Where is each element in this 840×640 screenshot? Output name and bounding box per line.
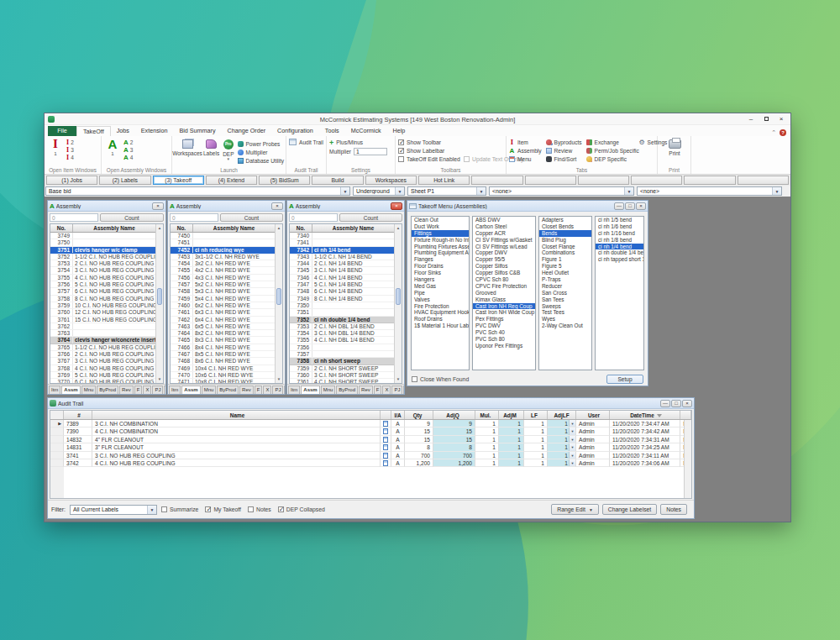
open-assembly-window-1-button[interactable]: A 1 [104,138,121,162]
ribbon-tab[interactable]: Bid Summary [173,126,221,136]
minimize-icon[interactable]: — [660,400,670,407]
takeoff-menu-item[interactable]: PVC DWV [473,323,535,329]
assembly-row[interactable]: 74533x1-1/2 C.I. NH RED WYE [171,254,275,260]
main-tab[interactable]: Hot Link [418,176,470,185]
maximize-icon[interactable]: □ [671,400,681,407]
main-tab[interactable] [631,176,682,185]
main-tab[interactable] [684,176,735,185]
panel-title-bar[interactable]: AAssembly× [168,201,285,212]
open-assembly-window-button[interactable]: A3 [123,146,133,154]
tab-toggle-button[interactable]: Exchange [586,138,635,146]
panel-tab[interactable]: PJ [272,386,283,394]
assembly-row[interactable]: 7450 [171,233,275,239]
assembly-row[interactable]: 7352ci nh double 1/4 bend [290,317,394,323]
assembly-row[interactable]: 37554 C.I. NO HUB REG COUPLING [50,275,155,281]
assembly-row[interactable]: 37588 C.I. NO HUB REG COUPLING [50,296,155,302]
assembly-row[interactable]: 74543x2 C.I. NH RED WYE [171,260,275,267]
panel-tab[interactable]: PJ [152,386,163,394]
assembly-row[interactable]: 37684 C.I. NO HUB REG COUPLING [50,365,155,372]
filter-checkbox[interactable]: Summarize [161,506,198,514]
assembly-row[interactable]: 74648x2 C.I. NH RED WYE [171,330,275,337]
panel-tab[interactable]: Itm [169,386,181,394]
count-input[interactable]: 0 [170,213,218,222]
takeoff-doc-icon[interactable] [383,421,388,427]
panel-tab[interactable]: F [374,386,382,394]
assembly-row[interactable]: 37706 C.I. NO HUB REG COUPLING [50,379,155,383]
label-selector[interactable]: Underground▼ [353,186,405,196]
takeoff-doc-icon[interactable] [383,437,388,443]
assembly-row[interactable]: 74616x3 C.I. NH RED WYE [171,309,275,316]
open-item-window-button[interactable]: I4 [66,154,74,161]
open-item-window-1-button[interactable]: I 1 [47,138,64,162]
takeoff-menu-item[interactable]: Duct Work [412,223,469,230]
assembly-row[interactable]: 7357 [290,351,394,358]
tab-toggle-button[interactable]: Menu [509,155,542,163]
row-selector[interactable] [50,459,64,467]
toolbar-checkbox[interactable]: Show Toolbar [398,138,460,146]
count-button[interactable]: Count [339,213,402,222]
scrollbar-thumb[interactable] [276,288,281,305]
takeoff-menu-item[interactable]: Closet Flange [539,244,591,250]
assembly-row[interactable]: 74606x2 C.I. NH RED WYE [171,302,275,309]
assembly-row[interactable]: 73431-1/2 C.I. NH 1/4 BEND [290,254,394,260]
takeoff-menu-item[interactable]: Reducer [539,283,591,290]
main-tab[interactable] [525,176,576,185]
chevron-down-icon[interactable]: ▼ [569,428,575,434]
tab-toggle-button[interactable]: DEP Specific [586,155,635,163]
takeoff-menu-item[interactable]: Copper ACR [473,230,535,237]
launch-button[interactable]: Multiplier [238,148,285,156]
ribbon-tab[interactable]: Help [387,126,412,136]
panel-tab[interactable]: Itm [49,386,60,394]
count-input[interactable]: 0 [50,213,98,222]
panel-tab[interactable]: Mnu [202,386,217,394]
count-button[interactable]: Count [220,213,283,222]
audit-row[interactable]: 3742 4 C.I. NO HUB REG COUPLING A 1,200 … [50,459,691,467]
panel-tab[interactable]: Rev [119,386,134,394]
takeoff-menu-item[interactable]: Roof Drains [412,316,469,323]
row-selector[interactable] [50,420,64,428]
assembly-row[interactable]: 37695 C.I. NO HUB REG COUPLING [50,372,155,379]
panel-tab[interactable]: X [143,386,151,394]
takeoff-menu-item[interactable]: Fixture Rough-in No Info [412,237,469,244]
notes-button[interactable]: Notes [660,504,687,515]
takeoff-menu-item[interactable]: Valves [412,296,469,303]
assembly-row[interactable]: 37532 C.I. NO HUB REG COUPLING [50,260,155,267]
panel-tab[interactable]: Assm [181,386,200,394]
close-when-found-checkbox[interactable]: Close When Found [412,375,469,383]
collapse-ribbon-icon[interactable]: ⌃ [771,129,776,136]
ribbon-tab[interactable]: McCormick [345,126,387,136]
takeoff-menu-item[interactable]: ci nh double 1/4 bend [596,249,643,256]
scrollbar-thumb[interactable] [396,288,401,305]
panel-tab[interactable]: Mnu [81,386,97,394]
takeoff-menu-item[interactable]: Plumbing Fixtures Assem... [412,244,469,250]
assembly-row[interactable]: 37543 C.I. NO HUB REG COUPLING [50,267,155,274]
assembly-row[interactable]: 746910x4 C.I. NH RED WYE [171,365,275,372]
assembly-row[interactable]: 73486 C.I. NH 1/4 BEND [290,288,394,295]
assembly-row[interactable]: 3764clevis hanger w/concrete insert [50,337,155,344]
assembly-row[interactable]: 7452ci nh reducing wye [171,247,275,254]
assembly-row[interactable]: 7358ci nh short sweep [290,358,394,365]
panel-tab[interactable]: F [255,386,263,394]
takeoff-doc-icon[interactable] [383,453,388,459]
chevron-down-icon[interactable]: ▼ [569,443,575,450]
maximize-icon[interactable]: □ [625,202,635,210]
takeoff-doc-icon[interactable] [383,460,388,466]
assembly-row[interactable]: 74668x4 C.I. NH RED WYE [171,344,275,351]
takeoff-menu-item[interactable]: Pex Fittings [473,316,535,323]
assembly-row[interactable]: 37565 C.I. NO HUB REG COUPLING [50,281,155,288]
assembly-row[interactable]: 37521-1/2 C.I. NO HUB REG COUPLING [50,254,155,260]
panel-tab[interactable]: X [263,386,271,394]
panel-tab[interactable]: Rev [239,386,254,394]
audit-row[interactable]: 14831 3" FLR CLEANOUT A 8 8 1 1 1 1▼ Adm… [50,443,691,451]
minimize-button[interactable]: – [743,113,759,125]
vertical-scrollbar[interactable] [684,420,691,498]
filter-checkbox[interactable]: Notes [248,506,271,514]
assembly-row[interactable]: 73614 C.I. NH SHORT SWEEP [290,379,394,383]
assembly-row[interactable]: 7350 [290,302,394,309]
help-icon[interactable]: ? [780,129,786,136]
takeoff-menu-item[interactable]: ci nh 1/16 bend [596,230,643,237]
takeoff-menu-item[interactable]: P-Traps [539,276,591,283]
takeoff-menu-item[interactable]: San Tees [539,296,591,303]
audit-row[interactable]: 7390 4 C.I. NH COMBINATION A 15 15 1 1 1… [50,428,691,435]
scroll-down-icon[interactable]: ▼ [156,375,163,383]
